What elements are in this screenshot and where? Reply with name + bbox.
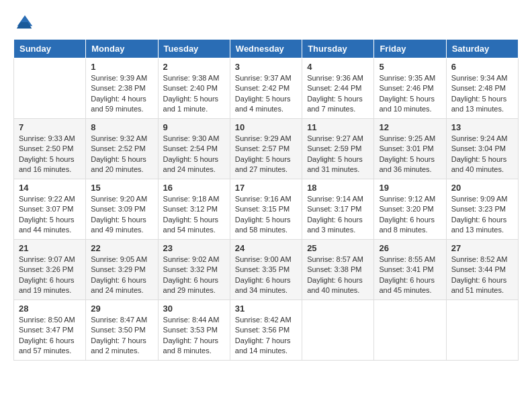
day-info: Sunrise: 8:42 AM Sunset: 3:56 PM Dayligh… xyxy=(235,315,297,357)
calendar-cell: 29Sunrise: 8:47 AM Sunset: 3:50 PM Dayli… xyxy=(86,300,158,361)
day-info: Sunrise: 9:20 AM Sunset: 3:09 PM Dayligh… xyxy=(91,194,152,236)
weekday-header-row: SundayMondayTuesdayWednesdayThursdayFrid… xyxy=(14,40,519,58)
calendar-cell: 2Sunrise: 9:38 AM Sunset: 2:40 PM Daylig… xyxy=(158,58,230,119)
day-number: 8 xyxy=(91,122,152,132)
day-number: 21 xyxy=(19,243,81,253)
day-info: Sunrise: 9:24 AM Sunset: 3:04 PM Dayligh… xyxy=(451,134,513,175)
day-info: Sunrise: 9:02 AM Sunset: 3:32 PM Dayligh… xyxy=(163,255,225,296)
calendar-week-row: 21Sunrise: 9:07 AM Sunset: 3:26 PM Dayli… xyxy=(14,240,519,300)
calendar-week-row: 7Sunrise: 9:33 AM Sunset: 2:50 PM Daylig… xyxy=(14,119,519,179)
day-info: Sunrise: 9:29 AM Sunset: 2:57 PM Dayligh… xyxy=(235,134,297,175)
calendar-cell xyxy=(446,300,518,361)
day-number: 2 xyxy=(163,62,225,72)
day-info: Sunrise: 9:05 AM Sunset: 3:29 PM Dayligh… xyxy=(91,255,152,296)
day-number: 5 xyxy=(379,62,441,72)
day-number: 13 xyxy=(451,122,513,132)
day-info: Sunrise: 9:27 AM Sunset: 2:59 PM Dayligh… xyxy=(307,134,369,175)
day-info: Sunrise: 9:22 AM Sunset: 3:07 PM Dayligh… xyxy=(19,194,81,236)
day-number: 3 xyxy=(235,62,297,72)
day-number: 22 xyxy=(91,243,152,253)
calendar-cell: 10Sunrise: 9:29 AM Sunset: 2:57 PM Dayli… xyxy=(230,119,302,179)
calendar-cell: 30Sunrise: 8:44 AM Sunset: 3:53 PM Dayli… xyxy=(158,300,230,361)
calendar-cell: 7Sunrise: 9:33 AM Sunset: 2:50 PM Daylig… xyxy=(14,119,86,179)
day-info: Sunrise: 8:50 AM Sunset: 3:47 PM Dayligh… xyxy=(19,315,81,357)
day-number: 18 xyxy=(307,183,369,193)
calendar-cell: 13Sunrise: 9:24 AM Sunset: 3:04 PM Dayli… xyxy=(446,119,518,179)
day-number: 10 xyxy=(235,122,297,132)
calendar-cell: 25Sunrise: 8:57 AM Sunset: 3:38 PM Dayli… xyxy=(302,240,374,300)
calendar-cell: 18Sunrise: 9:14 AM Sunset: 3:17 PM Dayli… xyxy=(302,179,374,240)
day-number: 31 xyxy=(235,304,297,314)
day-info: Sunrise: 8:44 AM Sunset: 3:53 PM Dayligh… xyxy=(163,315,225,357)
calendar-cell: 20Sunrise: 9:09 AM Sunset: 3:23 PM Dayli… xyxy=(446,179,518,240)
day-number: 17 xyxy=(235,183,297,193)
weekday-header-tuesday: Tuesday xyxy=(158,40,230,58)
day-info: Sunrise: 9:39 AM Sunset: 2:38 PM Dayligh… xyxy=(91,73,152,115)
day-number: 24 xyxy=(235,243,297,253)
day-number: 25 xyxy=(307,243,369,253)
day-info: Sunrise: 8:57 AM Sunset: 3:38 PM Dayligh… xyxy=(307,255,369,296)
day-number: 26 xyxy=(379,243,441,253)
day-info: Sunrise: 9:16 AM Sunset: 3:15 PM Dayligh… xyxy=(235,194,297,236)
calendar-cell xyxy=(14,58,86,119)
day-info: Sunrise: 9:00 AM Sunset: 3:35 PM Dayligh… xyxy=(235,255,297,296)
calendar-table: SundayMondayTuesdayWednesdayThursdayFrid… xyxy=(13,39,519,361)
day-info: Sunrise: 8:55 AM Sunset: 3:41 PM Dayligh… xyxy=(379,255,441,296)
day-info: Sunrise: 9:33 AM Sunset: 2:50 PM Dayligh… xyxy=(19,134,81,175)
day-info: Sunrise: 9:09 AM Sunset: 3:23 PM Dayligh… xyxy=(451,194,513,236)
calendar-cell: 23Sunrise: 9:02 AM Sunset: 3:32 PM Dayli… xyxy=(158,240,230,300)
calendar-cell: 14Sunrise: 9:22 AM Sunset: 3:07 PM Dayli… xyxy=(14,179,86,240)
day-number: 14 xyxy=(19,183,81,193)
weekday-header-saturday: Saturday xyxy=(446,40,518,58)
day-info: Sunrise: 9:18 AM Sunset: 3:12 PM Dayligh… xyxy=(163,194,225,236)
calendar-cell: 19Sunrise: 9:12 AM Sunset: 3:20 PM Dayli… xyxy=(374,179,446,240)
calendar-cell: 26Sunrise: 8:55 AM Sunset: 3:41 PM Dayli… xyxy=(374,240,446,300)
day-number: 20 xyxy=(451,183,513,193)
day-number: 29 xyxy=(91,304,152,314)
day-info: Sunrise: 9:37 AM Sunset: 2:42 PM Dayligh… xyxy=(235,73,297,115)
calendar-cell: 1Sunrise: 9:39 AM Sunset: 2:38 PM Daylig… xyxy=(86,58,158,119)
calendar-cell xyxy=(374,300,446,361)
day-number: 12 xyxy=(379,122,441,132)
calendar-cell: 4Sunrise: 9:36 AM Sunset: 2:44 PM Daylig… xyxy=(302,58,374,119)
weekday-header-thursday: Thursday xyxy=(302,40,374,58)
calendar-cell: 24Sunrise: 9:00 AM Sunset: 3:35 PM Dayli… xyxy=(230,240,302,300)
day-number: 30 xyxy=(163,304,225,314)
calendar-cell: 31Sunrise: 8:42 AM Sunset: 3:56 PM Dayli… xyxy=(230,300,302,361)
day-info: Sunrise: 9:14 AM Sunset: 3:17 PM Dayligh… xyxy=(307,194,369,236)
calendar-cell: 27Sunrise: 8:52 AM Sunset: 3:44 PM Dayli… xyxy=(446,240,518,300)
logo xyxy=(13,13,34,32)
day-info: Sunrise: 9:35 AM Sunset: 2:46 PM Dayligh… xyxy=(379,73,441,115)
weekday-header-monday: Monday xyxy=(86,40,158,58)
weekday-header-sunday: Sunday xyxy=(14,40,86,58)
calendar-cell: 16Sunrise: 9:18 AM Sunset: 3:12 PM Dayli… xyxy=(158,179,230,240)
day-info: Sunrise: 8:52 AM Sunset: 3:44 PM Dayligh… xyxy=(451,255,513,296)
calendar-cell: 9Sunrise: 9:30 AM Sunset: 2:54 PM Daylig… xyxy=(158,119,230,179)
day-info: Sunrise: 9:12 AM Sunset: 3:20 PM Dayligh… xyxy=(379,194,441,236)
calendar-cell: 6Sunrise: 9:34 AM Sunset: 2:48 PM Daylig… xyxy=(446,58,518,119)
day-info: Sunrise: 9:38 AM Sunset: 2:40 PM Dayligh… xyxy=(163,73,225,115)
weekday-header-wednesday: Wednesday xyxy=(230,40,302,58)
day-info: Sunrise: 9:25 AM Sunset: 3:01 PM Dayligh… xyxy=(379,134,441,175)
calendar-cell: 12Sunrise: 9:25 AM Sunset: 3:01 PM Dayli… xyxy=(374,119,446,179)
day-info: Sunrise: 9:07 AM Sunset: 3:26 PM Dayligh… xyxy=(19,255,81,296)
day-number: 11 xyxy=(307,122,369,132)
calendar-week-row: 28Sunrise: 8:50 AM Sunset: 3:47 PM Dayli… xyxy=(14,300,519,361)
calendar-week-row: 14Sunrise: 9:22 AM Sunset: 3:07 PM Dayli… xyxy=(14,179,519,240)
day-number: 6 xyxy=(451,62,513,72)
calendar-cell: 15Sunrise: 9:20 AM Sunset: 3:09 PM Dayli… xyxy=(86,179,158,240)
day-number: 7 xyxy=(19,122,81,132)
calendar-cell: 17Sunrise: 9:16 AM Sunset: 3:15 PM Dayli… xyxy=(230,179,302,240)
logo-icon xyxy=(15,13,34,32)
day-number: 1 xyxy=(91,62,152,72)
day-info: Sunrise: 9:32 AM Sunset: 2:52 PM Dayligh… xyxy=(91,134,152,175)
calendar-cell: 28Sunrise: 8:50 AM Sunset: 3:47 PM Dayli… xyxy=(14,300,86,361)
calendar-cell xyxy=(302,300,374,361)
day-info: Sunrise: 8:47 AM Sunset: 3:50 PM Dayligh… xyxy=(91,315,152,357)
calendar-cell: 21Sunrise: 9:07 AM Sunset: 3:26 PM Dayli… xyxy=(14,240,86,300)
day-number: 16 xyxy=(163,183,225,193)
calendar-cell: 8Sunrise: 9:32 AM Sunset: 2:52 PM Daylig… xyxy=(86,119,158,179)
day-number: 15 xyxy=(91,183,152,193)
day-info: Sunrise: 9:36 AM Sunset: 2:44 PM Dayligh… xyxy=(307,73,369,115)
page-header xyxy=(13,13,519,32)
